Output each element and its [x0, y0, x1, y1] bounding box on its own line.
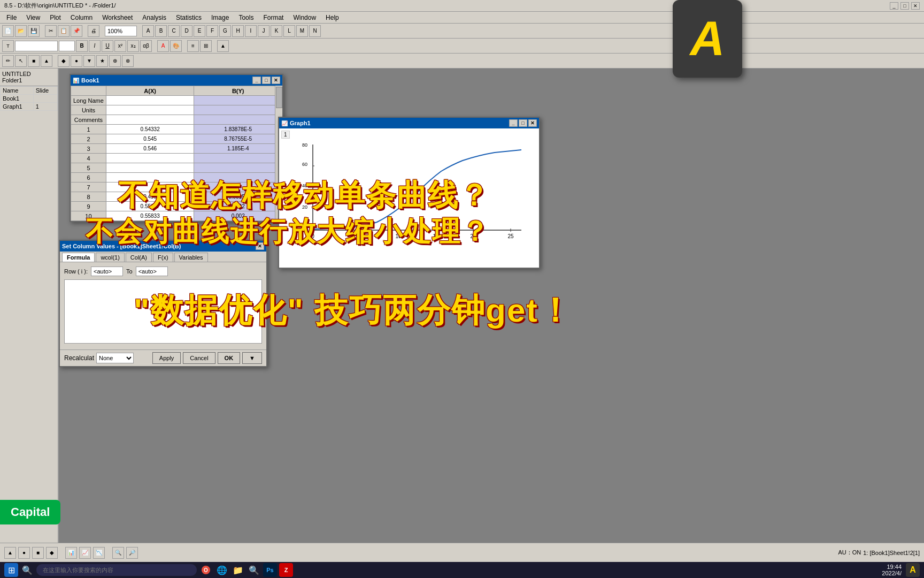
- graph-maximize[interactable]: □: [519, 119, 527, 127]
- cell-a-9[interactable]: 0.55667: [106, 202, 194, 211]
- book-minimize[interactable]: _: [252, 77, 261, 84]
- recalculate-select[interactable]: None Auto: [96, 353, 134, 363]
- menu-analysis[interactable]: Analysis: [138, 13, 171, 22]
- cell-a-1[interactable]: 0.54332: [106, 125, 194, 134]
- cell-a-comments[interactable]: [106, 115, 194, 125]
- cell-a-longname[interactable]: [106, 96, 194, 105]
- bt-btn8[interactable]: 🔍: [112, 547, 124, 559]
- book1-item[interactable]: Book1: [1, 95, 34, 103]
- tb3-btn7[interactable]: ⊕: [109, 55, 121, 67]
- menu-image[interactable]: Image: [207, 13, 233, 22]
- cell-a-7[interactable]: [106, 182, 194, 192]
- menu-column[interactable]: Column: [66, 13, 97, 22]
- superscript-btn[interactable]: x²: [114, 40, 126, 52]
- cell-b-10[interactable]: 0.002: [194, 211, 282, 221]
- book-maximize[interactable]: □: [262, 77, 271, 84]
- bt-btn2[interactable]: ●: [18, 547, 30, 559]
- underline-btn[interactable]: U: [102, 40, 113, 52]
- graph1-item[interactable]: Graph1: [1, 103, 34, 111]
- taskbar-origin-icon[interactable]: O: [199, 563, 213, 577]
- search-icon[interactable]: 🔍: [20, 563, 34, 577]
- cell-a-6[interactable]: [106, 173, 194, 182]
- expand-button[interactable]: ▼: [242, 352, 262, 364]
- tb-btn-7[interactable]: G: [219, 25, 231, 37]
- menu-worksheet[interactable]: Worksheet: [98, 13, 137, 22]
- tb-btn-9[interactable]: I: [245, 25, 257, 37]
- font-size-input[interactable]: 9: [59, 41, 75, 51]
- cancel-button[interactable]: Cancel: [183, 352, 215, 364]
- apply-button[interactable]: Apply: [152, 352, 181, 364]
- cell-b-5[interactable]: [194, 163, 282, 173]
- cell-b-6[interactable]: [194, 173, 282, 182]
- tb-btn-1[interactable]: A: [142, 25, 154, 37]
- copy-btn[interactable]: 📋: [58, 25, 70, 37]
- minimize-button[interactable]: _: [890, 2, 898, 10]
- tb-btn-11[interactable]: K: [271, 25, 282, 37]
- cell-a-8[interactable]: 0.499: [106, 192, 194, 202]
- tb3-btn8[interactable]: ⊗: [122, 55, 134, 67]
- cell-a-2[interactable]: 0.545: [106, 134, 194, 144]
- special-char-btn[interactable]: αβ: [140, 40, 152, 52]
- close-button[interactable]: ✕: [911, 2, 920, 10]
- italic-btn[interactable]: I: [89, 40, 101, 52]
- tb-btn-8[interactable]: H: [232, 25, 244, 37]
- book-titlebar[interactable]: 📊 Book1 _ □ ✕: [71, 75, 282, 86]
- taskbar-ps-icon[interactable]: Ps: [263, 563, 277, 577]
- font-name-input[interactable]: Default: T: [15, 41, 58, 51]
- tb3-btn3[interactable]: ◆: [58, 55, 70, 67]
- taskbar-search-input[interactable]: [36, 564, 197, 576]
- tab-formula[interactable]: Formula: [62, 253, 95, 262]
- cell-a-3[interactable]: 0.546: [106, 144, 194, 154]
- cell-b-7[interactable]: [194, 182, 282, 192]
- cell-b-1[interactable]: 1.83878E-5: [194, 125, 282, 134]
- open-btn[interactable]: 📂: [15, 25, 27, 37]
- tb3-btn5[interactable]: ▼: [83, 55, 95, 67]
- cell-b-9[interactable]: 0.002: [194, 202, 282, 211]
- bold-btn[interactable]: B: [76, 40, 88, 52]
- dialog-close[interactable]: ✕: [256, 242, 264, 250]
- tb-btn-5[interactable]: E: [194, 25, 205, 37]
- graph-minimize[interactable]: _: [509, 119, 518, 127]
- cell-a-units[interactable]: [106, 105, 194, 115]
- graph-titlebar[interactable]: 📈 Graph1 _ □ ✕: [279, 118, 539, 128]
- cell-a-10[interactable]: 0.55833: [106, 211, 194, 221]
- taskbar-explorer-icon[interactable]: 📁: [231, 563, 245, 577]
- font-type-btn[interactable]: T: [2, 40, 14, 52]
- bt-btn6[interactable]: 📈: [79, 547, 91, 559]
- tb-btn-13[interactable]: M: [296, 25, 308, 37]
- cell-b-4[interactable]: [194, 154, 282, 163]
- start-button[interactable]: ⊞: [4, 563, 18, 577]
- zoom-input[interactable]: 100%: [105, 26, 137, 36]
- ok-button[interactable]: OK: [218, 352, 241, 364]
- bt-btn1[interactable]: ▲: [4, 547, 16, 559]
- menu-window[interactable]: Window: [289, 13, 320, 22]
- formula-textarea[interactable]: [64, 279, 262, 344]
- tb-btn-12[interactable]: L: [283, 25, 295, 37]
- align-left-btn[interactable]: ≡: [187, 40, 199, 52]
- graph-close[interactable]: ✕: [528, 119, 537, 127]
- taskbar-search2-icon[interactable]: 🔍: [247, 563, 261, 577]
- row-from-input[interactable]: [91, 267, 123, 276]
- tb3-btn6[interactable]: ★: [96, 55, 108, 67]
- scroll-thumb[interactable]: [276, 87, 282, 108]
- tab-wcol[interactable]: wcol(1): [96, 253, 124, 262]
- cell-b-units[interactable]: [194, 105, 282, 115]
- bt-btn7[interactable]: 📉: [93, 547, 105, 559]
- select-btn[interactable]: ↖: [15, 55, 27, 67]
- fill-color-btn[interactable]: ▲: [217, 40, 229, 52]
- cell-b-comments[interactable]: [194, 115, 282, 125]
- col-b-header[interactable]: B(Y): [194, 86, 282, 96]
- save-btn[interactable]: 💾: [28, 25, 40, 37]
- cell-a-5[interactable]: [106, 163, 194, 173]
- maximize-button[interactable]: □: [900, 2, 909, 10]
- menu-statistics[interactable]: Statistics: [172, 13, 206, 22]
- print-btn[interactable]: 🖨: [88, 25, 99, 37]
- menu-format[interactable]: Format: [259, 13, 288, 22]
- tb-btn-14[interactable]: N: [309, 25, 321, 37]
- tab-variables[interactable]: Variables: [174, 253, 208, 262]
- tb3-btn1[interactable]: ■: [28, 55, 40, 67]
- menu-plot[interactable]: Plot: [45, 13, 65, 22]
- bt-btn3[interactable]: ■: [32, 547, 44, 559]
- tb-btn-3[interactable]: C: [168, 25, 180, 37]
- tb3-btn4[interactable]: ●: [71, 55, 82, 67]
